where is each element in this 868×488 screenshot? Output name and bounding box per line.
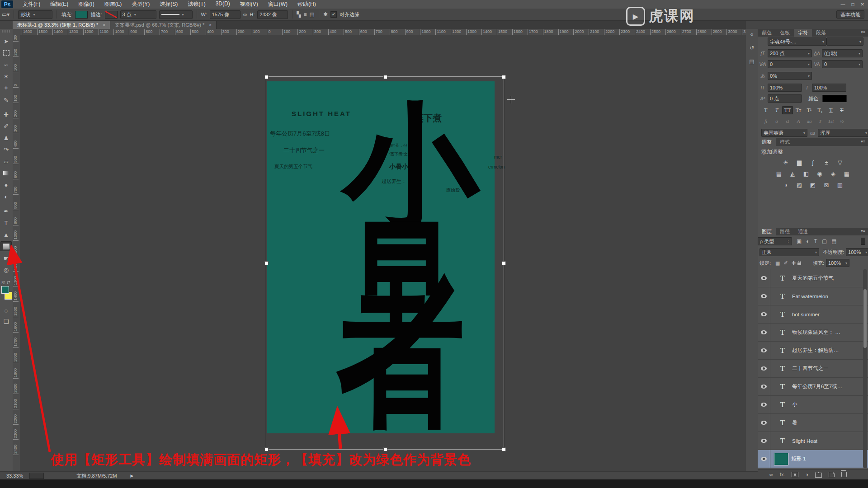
style-button-1[interactable]: T [771,106,782,114]
type-tool-icon[interactable]: T [0,218,12,228]
clone-stamp-tool-icon[interactable]: ♟ [0,133,12,143]
menu-item-2[interactable]: 图像(I) [73,0,99,9]
threshold-icon[interactable]: ◩ [807,181,818,190]
brightness-contrast-icon[interactable]: ☀ [780,158,791,167]
antialias-select[interactable]: 浑厚▾ [818,129,868,137]
status-expand-icon[interactable]: ▶ [131,474,134,478]
tracking-select[interactable]: 0▾ [822,60,863,68]
style-button-7[interactable]: Ŧ [836,106,847,114]
chevron-down-icon[interactable]: ▾ [806,52,810,56]
layers-scrollbar-thumb[interactable] [863,289,867,348]
properties-panel-icon[interactable]: ▤ [747,57,756,66]
foreground-color-swatch[interactable] [1,286,9,294]
add-layer-mask-icon[interactable] [792,472,798,477]
filter-smart-objects-icon[interactable]: ▤ [831,238,836,244]
pen-tool-icon[interactable]: ✒ [0,206,12,216]
exposure-icon[interactable]: ± [821,158,832,167]
layer-visibility-toggle[interactable] [758,305,770,323]
stroke-width-input[interactable]: 3 点▾ [120,10,156,19]
tab-色板[interactable]: 色板 [776,29,794,37]
kerning-select[interactable]: 0▾ [768,60,812,68]
layer-row[interactable]: T暑 [758,414,868,432]
document-tab-1[interactable]: 文案要求.psd @ 66.7% (文案, RGB/8#) *× [110,21,217,29]
tab-样式[interactable]: 样式 [776,138,794,146]
opentype-button-3[interactable]: A [793,117,804,125]
tab-通道[interactable]: 通道 [794,228,812,236]
brush-tool-icon[interactable]: ✐ [0,121,12,131]
transform-handle[interactable] [502,261,506,265]
opentype-button-5[interactable]: T [815,117,826,125]
history-panel-icon[interactable]: ↺ [747,43,756,52]
filter-pixel-layers-icon[interactable]: ▣ [797,238,802,244]
path-arrangement-icon[interactable]: ▤ [310,11,315,18]
photo-filter-icon[interactable]: ◉ [814,169,825,178]
new-adjustment-layer-icon[interactable]: ◑ [805,472,808,477]
invert-icon[interactable]: ◑ [780,181,791,190]
hand-tool-icon[interactable]: ☛ [0,253,12,263]
tab-图层[interactable]: 图层 [758,228,776,236]
layer-style-icon[interactable]: fx. [780,472,785,477]
chevron-down-icon[interactable]: ▾ [806,62,810,66]
filter-toggle-icon[interactable] [861,238,865,245]
crop-tool-icon[interactable]: ⌗ [0,83,12,93]
default-colors-icon[interactable]: ◱ [1,280,5,285]
layer-row[interactable]: Thot summer [758,305,868,324]
curves-icon[interactable]: ʃ [807,158,818,167]
eyedropper-tool-icon[interactable]: ✎ [0,95,12,105]
quick-mask-icon[interactable]: ◌ [0,305,12,315]
chevron-down-icon[interactable]: ▾ [802,131,805,135]
minimize-icon[interactable]: — [841,2,845,7]
stroke-color-swatch[interactable] [105,11,118,19]
transform-handle[interactable] [502,75,506,79]
menu-item-0[interactable]: 文件(F) [18,0,45,9]
swap-colors-icon[interactable]: ⇄ [7,280,10,285]
panel-menu-icon[interactable]: ▾≡ [858,138,868,146]
hue-saturation-icon[interactable]: ▤ [774,169,784,178]
layer-filter-select[interactable]: ρ类型≑ [758,237,792,245]
link-layers-icon[interactable]: ∞ [769,472,773,477]
blur-tool-icon[interactable]: ● [0,180,12,190]
chevron-down-icon[interactable]: ▾ [863,250,867,254]
chevron-down-icon[interactable]: ▾ [863,131,867,135]
style-button-0[interactable]: T [760,106,771,114]
chevron-down-icon[interactable]: ▾ [821,40,824,44]
tab-字符[interactable]: 字符 [794,29,812,37]
transform-handle[interactable] [383,75,387,79]
history-brush-tool-icon[interactable]: ↷ [0,145,12,155]
stroke-style-select[interactable]: ▾ [159,10,193,19]
gradient-tool-icon[interactable] [0,168,12,178]
menu-item-4[interactable]: 类型(Y) [127,0,155,9]
chevron-down-icon[interactable]: ▾ [858,40,861,44]
menu-item-8[interactable]: 视图(V) [235,0,263,9]
collapse-panels-icon[interactable]: « [747,30,756,39]
move-tool-icon[interactable]: ➤ [0,36,12,46]
magic-wand-tool-icon[interactable]: ✶ [0,71,12,81]
vibrance-icon[interactable]: ▽ [835,158,845,167]
baseline-shift-input[interactable]: 0 点 [768,94,802,103]
layer-row[interactable]: TEat watermelon [758,287,868,305]
shape-height-input[interactable]: 2432 像 [257,10,288,19]
shape-width-input[interactable]: 1575 像 [210,10,241,19]
canvas-area[interactable]: SLIGHT HEAT 每年公历7月6至7或8日 二十四节气之一 夏天的第五个节… [20,35,746,471]
layer-row[interactable]: T二十四节气之一 [758,360,868,378]
gear-icon[interactable]: ✱ [323,11,328,18]
filter-adjustment-layers-icon[interactable]: ◐ [806,238,809,244]
path-alignment-icon[interactable]: ≡ [304,11,307,18]
color-balance-icon[interactable]: ◭ [787,169,798,178]
vertical-scale-input[interactable]: 100% [768,84,802,92]
dodge-tool-icon[interactable]: ◐ [0,192,12,202]
transform-handle[interactable] [264,75,269,79]
layer-visibility-toggle[interactable] [758,414,770,432]
menu-item-3[interactable]: 图层(L) [99,0,127,9]
posterize-icon[interactable]: ▨ [794,181,805,190]
layer-row[interactable]: 矩形 1 [758,450,868,468]
menu-item-6[interactable]: 滤镜(T) [183,0,210,9]
tab-close-icon[interactable]: × [103,23,105,28]
opentype-button-7[interactable]: ½ [836,117,847,125]
healing-brush-tool-icon[interactable]: ✚ [0,109,12,119]
layer-visibility-toggle[interactable] [758,360,770,377]
layer-visibility-toggle[interactable] [758,450,770,468]
lock-image-pixels-icon[interactable]: ✐ [783,260,788,266]
opacity-input[interactable]: 100%▾ [846,248,868,256]
style-button-3[interactable]: Tᴛ [793,106,804,114]
